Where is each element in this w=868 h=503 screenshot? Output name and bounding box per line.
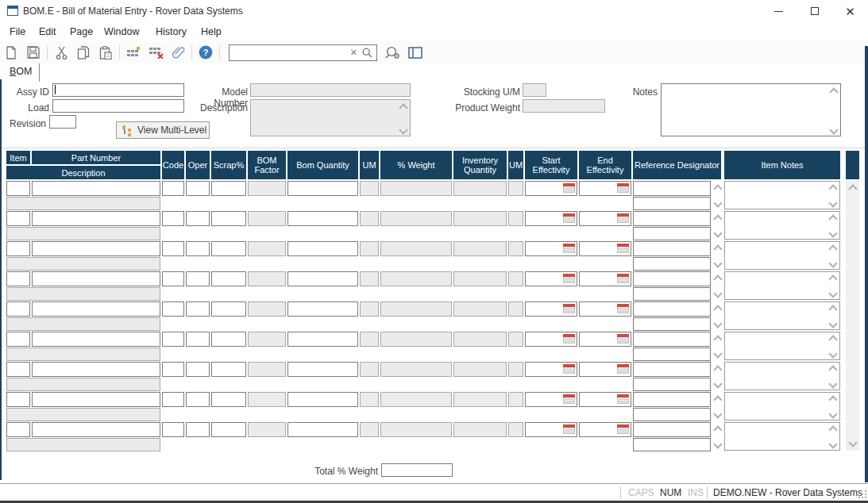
bom-quantity-cell[interactable] [287, 301, 358, 317]
copy-icon[interactable] [73, 43, 94, 62]
item-notes-cell[interactable] [724, 301, 840, 330]
load-input[interactable] [52, 99, 184, 113]
calendar-icon[interactable] [563, 394, 575, 404]
calendar-icon[interactable] [563, 364, 575, 374]
cut-icon[interactable] [51, 43, 71, 62]
bom-quantity-cell[interactable] [287, 211, 358, 226]
scroll-down-icon[interactable] [714, 437, 721, 451]
bom-quantity-cell[interactable] [287, 181, 358, 196]
scrap-cell[interactable] [211, 301, 246, 317]
maximize-button[interactable] [797, 0, 832, 22]
item-notes-cell[interactable] [724, 271, 840, 300]
item-notes-cell[interactable] [724, 181, 840, 209]
calendar-icon[interactable] [617, 394, 629, 404]
reference-designator-cell-2[interactable] [633, 438, 711, 451]
code-cell[interactable] [162, 332, 184, 347]
menu-history[interactable]: History [156, 23, 201, 40]
lookup-icon[interactable] [383, 43, 403, 62]
oper-cell[interactable] [186, 332, 210, 347]
calendar-icon[interactable] [563, 244, 575, 253]
scroll-up-icon[interactable] [828, 214, 837, 223]
paste-icon[interactable] [95, 43, 116, 62]
scroll-down-icon[interactable] [714, 347, 721, 361]
scrap-cell[interactable] [211, 362, 246, 377]
attach-icon[interactable] [168, 43, 188, 62]
scroll-up-icon[interactable] [828, 305, 837, 313]
end-effectivity-cell[interactable] [579, 271, 631, 286]
code-cell[interactable] [162, 301, 184, 317]
start-effectivity-cell[interactable] [525, 181, 577, 196]
scroll-up-icon[interactable] [714, 242, 721, 256]
part-number-cell[interactable] [32, 392, 160, 407]
item-notes-cell[interactable] [724, 211, 840, 240]
end-effectivity-cell[interactable] [579, 241, 631, 256]
new-document-icon[interactable] [1, 43, 21, 62]
start-effectivity-cell[interactable] [525, 271, 577, 286]
part-number-cell[interactable] [32, 241, 160, 256]
end-effectivity-cell[interactable] [579, 301, 631, 317]
reference-designator-cell-2[interactable] [633, 408, 711, 421]
scroll-down-icon[interactable] [829, 125, 838, 134]
end-effectivity-cell[interactable] [579, 392, 631, 407]
code-cell[interactable] [162, 211, 184, 226]
scroll-down-icon[interactable] [828, 228, 837, 237]
save-icon[interactable] [23, 43, 44, 62]
scroll-down-icon[interactable] [828, 198, 837, 207]
menu-help[interactable]: Help [201, 23, 233, 40]
scrap-cell[interactable] [211, 181, 246, 196]
calendar-icon[interactable] [563, 213, 575, 223]
start-effectivity-cell[interactable] [525, 362, 577, 377]
scroll-down-icon[interactable] [399, 125, 407, 134]
code-cell[interactable] [162, 392, 184, 407]
calendar-icon[interactable] [617, 304, 629, 313]
scroll-up-icon[interactable] [828, 335, 837, 344]
code-cell[interactable] [162, 271, 184, 286]
calendar-icon[interactable] [563, 304, 575, 313]
start-effectivity-cell[interactable] [525, 422, 577, 437]
scroll-up-icon[interactable] [828, 395, 837, 404]
scroll-up-icon[interactable] [714, 302, 721, 317]
search-icon[interactable] [362, 48, 372, 58]
scroll-up-icon[interactable] [714, 182, 721, 196]
scroll-down-icon[interactable] [828, 319, 837, 328]
bom-quantity-cell[interactable] [287, 392, 358, 407]
start-effectivity-cell[interactable] [525, 211, 577, 226]
reference-designator-cell[interactable] [633, 301, 711, 317]
scrap-cell[interactable] [211, 422, 246, 437]
scroll-down-icon[interactable] [714, 256, 721, 271]
assy-id-input[interactable] [52, 83, 184, 97]
close-button[interactable]: ✕ [832, 0, 868, 22]
bom-quantity-cell[interactable] [287, 332, 358, 347]
end-effectivity-cell[interactable] [579, 332, 631, 347]
reference-designator-cell-2[interactable] [633, 197, 711, 210]
reference-designator-cell[interactable] [633, 332, 711, 347]
item-notes-cell[interactable] [724, 392, 840, 420]
code-cell[interactable] [162, 241, 184, 256]
end-effectivity-cell[interactable] [579, 181, 631, 196]
part-number-cell[interactable] [32, 362, 160, 377]
reference-designator-cell-2[interactable] [633, 227, 711, 240]
menu-page[interactable]: Page [70, 23, 104, 40]
scrap-cell[interactable] [211, 211, 246, 226]
code-cell[interactable] [162, 181, 184, 196]
reference-designator-cell-2[interactable] [633, 317, 711, 331]
window-layout-icon[interactable] [405, 43, 426, 62]
scroll-down-icon[interactable] [714, 226, 721, 240]
part-number-cell[interactable] [32, 301, 160, 317]
code-cell[interactable] [162, 422, 184, 437]
menu-edit[interactable]: Edit [39, 23, 70, 40]
item-cell[interactable] [6, 301, 30, 317]
scroll-up-icon[interactable] [828, 365, 837, 374]
item-cell[interactable] [6, 392, 30, 407]
view-multilevel-button[interactable]: View Multi-Level [116, 121, 210, 139]
item-cell[interactable] [6, 362, 30, 377]
start-effectivity-cell[interactable] [525, 301, 577, 317]
reference-designator-cell-2[interactable] [633, 287, 711, 301]
scroll-up-icon[interactable] [714, 423, 721, 437]
scroll-up-icon[interactable] [714, 363, 721, 377]
item-cell[interactable] [6, 332, 30, 347]
scroll-down-icon[interactable] [828, 409, 837, 418]
reference-designator-cell-2[interactable] [633, 347, 711, 361]
scrap-cell[interactable] [211, 271, 246, 286]
part-number-cell[interactable] [32, 332, 160, 347]
